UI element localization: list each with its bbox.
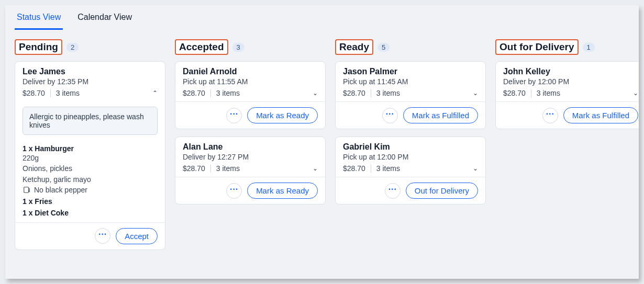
meta-divider [210,164,211,173]
column-header: Ready 5 [335,39,486,55]
price: $28.70 [343,89,365,97]
ellipsis-icon: ··· [546,110,554,118]
ellipsis-icon: ··· [388,185,397,194]
line-item-detail: Ketchup, garlic mayo [23,174,158,185]
price: $28.70 [23,89,45,97]
line-items: 1 x Hamburger 220g Onions, pickles Ketch… [15,139,165,222]
customer-name: Daniel Arnold [183,67,318,76]
customer-name: Gabriel Kim [343,142,478,152]
price: $28.70 [503,89,526,97]
svg-rect-0 [24,187,29,193]
items-count: 3 items [56,89,80,97]
due-text: Deliver by 12:00 PM [503,77,638,86]
ellipsis-icon: ··· [230,110,238,118]
due-text: Deliver by 12:27 PM [183,153,318,161]
order-card: Gabriel Kim Pick up at 12:00 PM $28.70 3… [335,137,486,205]
meta-divider [371,89,371,97]
line-item-title: 1 x Fries [23,197,158,206]
order-note: Allergic to pineapples, please wash kniv… [23,107,158,135]
meta-divider [50,89,51,97]
view-tabs: Status View Calendar View [5,5,639,30]
ellipsis-icon: ··· [98,230,107,238]
more-actions-button[interactable]: ··· [95,228,110,244]
items-count: 3 items [376,89,400,97]
line-item-detail: Onions, pickles [23,163,158,174]
note-icon [23,186,31,194]
order-card: John Kelley Deliver by 12:00 PM $28.70 3… [495,61,639,129]
items-count: 3 items [537,89,560,97]
due-text: Pick up at 11:55 AM [183,77,318,86]
mark-fulfilled-button[interactable]: Mark as Fulfilled [563,107,638,123]
line-item-title: 1 x Hamburger [23,144,158,153]
items-count: 3 items [376,164,400,173]
mark-fulfilled-button[interactable]: Mark as Fulfilled [403,107,478,123]
count-badge: 1 [583,43,595,52]
mark-ready-button[interactable]: Mark as Ready [247,183,318,199]
column-title: Pending [15,39,62,55]
order-card: Daniel Arnold Pick up at 11:55 AM $28.70… [175,61,326,129]
price: $28.70 [183,164,205,173]
column-header: Out for Delivery 1 [495,39,639,55]
chevron-up-icon[interactable]: ⌃ [152,89,158,97]
more-actions-button[interactable]: ··· [382,108,398,123]
tab-calendar-view[interactable]: Calendar View [75,9,134,30]
due-text: Deliver by 12:35 PM [23,77,158,86]
more-actions-button[interactable]: ··· [226,108,242,123]
price: $28.70 [183,89,205,97]
line-item-detail: 220g [23,153,158,163]
mark-ready-button[interactable]: Mark as Ready [247,107,318,123]
more-actions-button[interactable]: ··· [542,108,558,123]
meta-divider [371,164,371,173]
column-header: Pending 2 [15,39,165,55]
column-pending: Pending 2 Lee James Deliver by 12:35 PM … [15,39,165,257]
items-count: 3 items [216,89,240,97]
count-badge: 2 [66,43,79,52]
due-text: Pick up at 11:45 AM [343,77,478,86]
tab-status-view[interactable]: Status View [15,9,63,30]
price: $28.70 [343,164,365,173]
due-text: Pick up at 12:00 PM [343,153,478,161]
line-item-modifier: No black pepper [34,186,87,194]
more-actions-button[interactable]: ··· [385,183,401,199]
chevron-down-icon[interactable]: ⌄ [473,165,478,172]
column-ready: Ready 5 Jason Palmer Pick up at 11:45 AM… [335,39,486,212]
accept-button[interactable]: Accept [116,228,158,244]
count-badge: 3 [232,43,245,52]
column-title: Ready [335,39,373,55]
column-out-for-delivery: Out for Delivery 1 John Kelley Deliver b… [495,39,639,137]
column-accepted: Accepted 3 Daniel Arnold Pick up at 11:5… [175,39,326,212]
chevron-down-icon[interactable]: ⌄ [633,89,638,97]
out-for-delivery-button[interactable]: Out for Delivery [406,183,478,199]
column-title: Accepted [175,39,228,55]
customer-name: Jason Palmer [343,67,478,76]
customer-name: Lee James [23,67,158,76]
meta-divider [210,89,211,97]
order-card: Lee James Deliver by 12:35 PM $28.70 3 i… [15,61,165,250]
customer-name: Alan Lane [183,142,318,152]
column-header: Accepted 3 [175,39,326,55]
more-actions-button[interactable]: ··· [226,183,242,199]
chevron-down-icon[interactable]: ⌄ [473,89,478,97]
column-title: Out for Delivery [495,39,579,55]
columns-container: Pending 2 Lee James Deliver by 12:35 PM … [5,30,639,267]
order-card: Jason Palmer Pick up at 11:45 AM $28.70 … [335,61,486,129]
ellipsis-icon: ··· [386,110,394,118]
customer-name: John Kelley [503,67,638,76]
chevron-down-icon[interactable]: ⌄ [313,165,318,172]
chevron-down-icon[interactable]: ⌄ [313,89,318,97]
meta-divider [531,89,531,97]
order-board: Status View Calendar View Pending 2 Lee … [5,5,639,279]
count-badge: 5 [377,43,390,52]
line-item-title: 1 x Diet Coke [23,209,158,217]
ellipsis-icon: ··· [230,185,238,194]
items-count: 3 items [216,164,240,173]
order-card: Alan Lane Deliver by 12:27 PM $28.70 3 i… [175,137,326,205]
